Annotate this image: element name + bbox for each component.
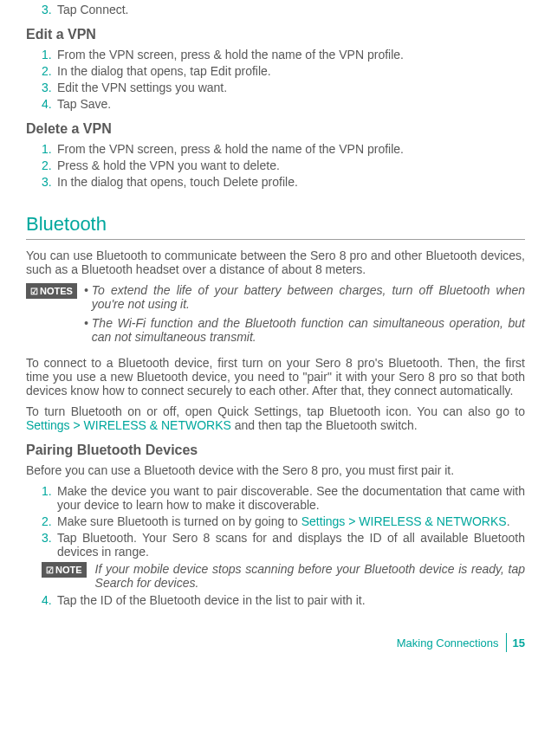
step-text: Tap Bluetooth. Your Sero 8 scans for and…: [57, 531, 525, 559]
note-item: • The Wi-Fi function and the Bluetooth f…: [84, 316, 525, 344]
list-item: 1. Make the device you want to pair disc…: [26, 484, 525, 512]
step-text: Edit the VPN settings you want.: [57, 81, 525, 94]
settings-path-link: Settings > WIRELESS & NETWORKS: [26, 418, 231, 432]
bullet-icon: •: [84, 316, 88, 344]
step-text: Press & hold the VPN you want to delete.: [57, 158, 525, 172]
notes-label: NOTES: [26, 283, 77, 299]
body-text: To connect to a Bluetooth device, first …: [26, 356, 525, 397]
list-item: 3. Tap Connect.: [26, 3, 525, 16]
text-fragment: Make sure Bluetooth is turned on by goin…: [57, 514, 301, 528]
note-text: If your mobile device stops scanning bef…: [95, 562, 525, 590]
step-text: From the VPN screen, press & hold the na…: [57, 142, 525, 156]
step-number: 4.: [42, 593, 57, 607]
list-item: 3. Tap Bluetooth. Your Sero 8 scans for …: [26, 531, 525, 559]
list-item: 2. In the dialog that opens, tap Edit pr…: [26, 64, 525, 78]
heading-edit-vpn: Edit a VPN: [26, 27, 525, 42]
list-item: 2. Make sure Bluetooth is turned on by g…: [26, 514, 525, 528]
bullet-icon: •: [84, 283, 88, 311]
step-number: 1.: [42, 142, 57, 156]
text-fragment: and then tap the Bluetooth switch.: [231, 418, 418, 432]
step-text: Tap Connect.: [57, 3, 525, 16]
note-block: NOTE If your mobile device stops scannin…: [42, 562, 525, 590]
step-number: 4.: [42, 97, 57, 111]
page-footer: Making Connections 15: [26, 633, 525, 652]
step-number: 3.: [42, 81, 57, 94]
heading-delete-vpn: Delete a VPN: [26, 121, 525, 137]
notes-block: NOTES • To extend the life of your batte…: [26, 283, 525, 349]
note-text: To extend the life of your battery betwe…: [92, 283, 525, 311]
step-number: 3.: [42, 175, 57, 189]
step-number: 1.: [42, 484, 57, 512]
step-text: In the dialog that opens, touch Delete p…: [57, 175, 525, 189]
step-text: From the VPN screen, press & hold the na…: [57, 48, 525, 61]
step-number: 2.: [42, 158, 57, 172]
body-text: You can use Bluetooth to communicate bet…: [26, 249, 525, 276]
note-item: • To extend the life of your battery bet…: [84, 283, 525, 311]
list-item: 4. Tap the ID of the Bluetooth device in…: [26, 593, 525, 607]
body-text: Before you can use a Bluetooth device wi…: [26, 463, 525, 477]
heading-bluetooth: Bluetooth: [26, 213, 525, 240]
text-fragment: .: [507, 514, 510, 528]
list-item: 2. Press & hold the VPN you want to dele…: [26, 158, 525, 172]
step-number: 2.: [42, 64, 57, 78]
note-label: NOTE: [42, 562, 87, 578]
settings-path-link: Settings > WIRELESS & NETWORKS: [301, 514, 507, 528]
list-item: 1. From the VPN screen, press & hold the…: [26, 48, 525, 61]
step-text: Make the device you want to pair discove…: [57, 484, 525, 512]
list-item: 3. Edit the VPN settings you want.: [26, 81, 525, 94]
heading-pairing: Pairing Bluetooth Devices: [26, 443, 525, 458]
step-number: 2.: [42, 514, 57, 528]
text-fragment: To turn Bluetooth on or off, open Quick …: [26, 404, 525, 418]
footer-page-number: 15: [513, 636, 525, 649]
footer-divider: [506, 633, 507, 652]
step-number: 3.: [42, 531, 57, 559]
notes-content: • To extend the life of your battery bet…: [84, 283, 525, 349]
footer-section-title: Making Connections: [397, 636, 499, 649]
step-text: Tap Save.: [57, 97, 525, 111]
list-item: 1. From the VPN screen, press & hold the…: [26, 142, 525, 156]
step-number: 1.: [42, 48, 57, 61]
step-text: In the dialog that opens, tap Edit profi…: [57, 64, 525, 78]
list-item: 3. In the dialog that opens, touch Delet…: [26, 175, 525, 189]
body-text: To turn Bluetooth on or off, open Quick …: [26, 404, 525, 432]
step-text: Tap the ID of the Bluetooth device in th…: [57, 593, 525, 607]
note-text: The Wi-Fi function and the Bluetooth fun…: [92, 316, 525, 344]
list-item: 4. Tap Save.: [26, 97, 525, 111]
step-text: Make sure Bluetooth is turned on by goin…: [57, 514, 525, 528]
step-number: 3.: [42, 3, 57, 16]
